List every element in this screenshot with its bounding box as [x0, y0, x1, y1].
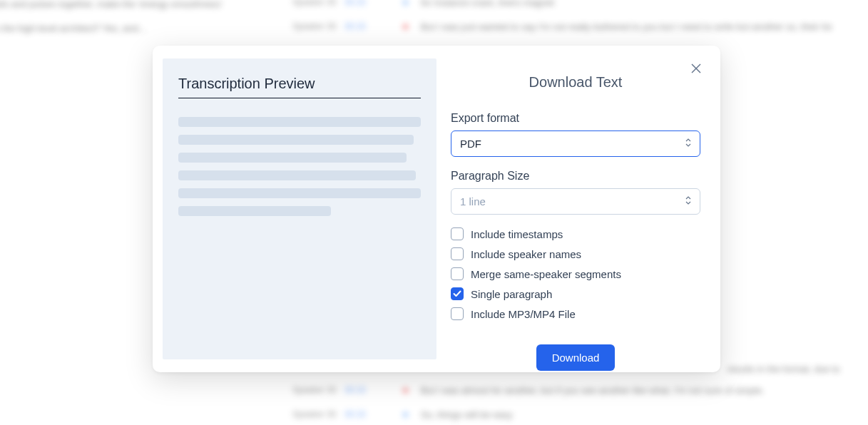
option-merge-same-speaker[interactable]: Merge same-speaker segments — [451, 267, 700, 280]
paragraph-size-select[interactable]: 1 line — [451, 188, 700, 215]
modal-title: Download Text — [451, 74, 700, 91]
transcription-preview-pane: Transcription Preview — [163, 58, 436, 359]
paragraph-size-label: Paragraph Size — [451, 170, 700, 183]
checkbox-icon — [451, 247, 464, 260]
skeleton-line — [178, 188, 421, 198]
checkbox-icon — [451, 267, 464, 280]
skeleton-line — [178, 153, 407, 163]
skeleton-line — [178, 117, 421, 127]
preview-title: Transcription Preview — [178, 76, 421, 98]
paragraph-size-field: Paragraph Size 1 line — [451, 170, 700, 215]
download-text-modal: Transcription Preview Download Text Expo… — [153, 46, 720, 372]
export-format-select[interactable]: PDF — [451, 130, 700, 157]
download-button[interactable]: Download — [536, 344, 616, 371]
download-form: Download Text Export format PDF Paragrap… — [436, 46, 720, 372]
export-format-label: Export format — [451, 112, 700, 125]
option-label: Include MP3/MP4 File — [471, 308, 576, 320]
option-include-speaker-names[interactable]: Include speaker names — [451, 247, 700, 260]
checkbox-icon — [451, 307, 464, 320]
option-label: Include timestamps — [471, 228, 563, 240]
option-single-paragraph[interactable]: Single paragraph — [451, 287, 700, 300]
checkbox-checked-icon — [451, 287, 464, 300]
option-label: Merge same-speaker segments — [471, 268, 621, 280]
option-label: Include speaker names — [471, 248, 581, 260]
export-format-field: Export format PDF — [451, 112, 700, 157]
option-label: Single paragraph — [471, 288, 552, 300]
close-icon — [691, 63, 701, 73]
skeleton-line — [178, 135, 414, 145]
skeleton-line — [178, 170, 416, 180]
option-include-timestamps[interactable]: Include timestamps — [451, 227, 700, 240]
skeleton-line — [178, 206, 331, 216]
checkbox-icon — [451, 227, 464, 240]
options-group: Include timestamps Include speaker names… — [451, 227, 700, 320]
close-button[interactable] — [689, 61, 703, 76]
option-include-media[interactable]: Include MP3/MP4 File — [451, 307, 700, 320]
